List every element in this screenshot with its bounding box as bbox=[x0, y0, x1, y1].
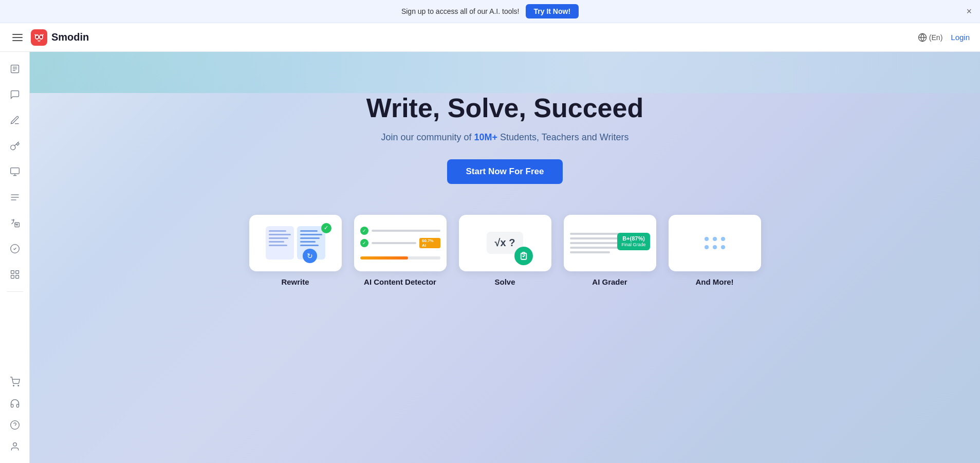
progress-bar-fill bbox=[360, 256, 409, 260]
grade-badge: B+(87%) Final Grade bbox=[617, 233, 650, 250]
sidebar-item-translate[interactable] bbox=[4, 212, 26, 234]
grade-value: B+(87%) bbox=[621, 235, 645, 242]
sidebar-item-help[interactable] bbox=[4, 414, 26, 436]
hero-subtitle-prefix: Join our community of bbox=[381, 132, 474, 142]
progress-section bbox=[360, 254, 440, 260]
svg-rect-19 bbox=[11, 271, 14, 274]
rewrite-content: ↻ ✓ bbox=[249, 215, 342, 271]
sidebar-bottom bbox=[4, 371, 26, 457]
top-banner: Sign up to access all of our A.I. tools!… bbox=[0, 0, 980, 23]
support-icon bbox=[10, 398, 20, 409]
dots-grid bbox=[705, 237, 725, 249]
sidebar-item-summarize[interactable] bbox=[4, 161, 26, 182]
doc-line bbox=[300, 230, 318, 232]
solve-content: √x ? bbox=[459, 215, 551, 271]
more-grid-icon bbox=[10, 269, 20, 280]
banner-close-button[interactable]: × bbox=[966, 6, 972, 17]
logo-text: Smodin bbox=[51, 31, 89, 43]
feature-card-rewrite[interactable]: ↻ ✓ Rewrite bbox=[249, 215, 342, 286]
sidebar-translate-icon bbox=[10, 218, 20, 228]
rewrite-label: Rewrite bbox=[281, 277, 309, 286]
grade-icon bbox=[10, 244, 20, 254]
profile-icon bbox=[10, 441, 20, 452]
doc-line bbox=[300, 245, 319, 246]
green-check-2: ✓ bbox=[360, 239, 368, 247]
detector-row-2: ✓ 60.7% AI bbox=[360, 238, 440, 248]
grader-line bbox=[570, 251, 610, 253]
more-icon-box bbox=[669, 215, 761, 271]
more-content bbox=[669, 215, 761, 271]
start-now-button[interactable]: Start Now For Free bbox=[447, 159, 562, 184]
sidebar-item-rewrite[interactable] bbox=[4, 135, 26, 157]
feature-card-ai-grader[interactable]: B+(87%) Final Grade AI Grader bbox=[564, 215, 656, 286]
clipboard-check-icon bbox=[519, 251, 528, 261]
logo-area[interactable]: Smodin bbox=[31, 29, 89, 46]
sidebar-divider bbox=[7, 291, 23, 292]
main-content: Write, Solve, Succeed Join our community… bbox=[30, 52, 980, 463]
translate-icon bbox=[918, 33, 927, 42]
ai-detector-icon-box: ✓ ✓ 60.7% AI bbox=[354, 215, 447, 271]
svg-rect-0 bbox=[31, 29, 47, 46]
doc-line bbox=[269, 245, 288, 246]
sidebar-item-grade[interactable] bbox=[4, 238, 26, 260]
svg-point-5 bbox=[36, 36, 38, 37]
login-button[interactable]: Login bbox=[951, 33, 970, 42]
feature-card-solve[interactable]: √x ? Solve bbox=[459, 215, 551, 286]
check-circle: ✓ bbox=[321, 223, 331, 233]
header-right: (En) Login bbox=[918, 33, 970, 42]
sidebar-item-edit[interactable] bbox=[4, 109, 26, 131]
detector-content: ✓ ✓ 60.7% AI bbox=[354, 220, 447, 266]
main-layout: Write, Solve, Succeed Join our community… bbox=[0, 52, 980, 463]
svg-point-25 bbox=[10, 421, 19, 430]
detector-line bbox=[372, 230, 440, 232]
chat-icon bbox=[10, 89, 20, 100]
sidebar-item-text[interactable] bbox=[4, 187, 26, 208]
try-now-button[interactable]: Try It Now! bbox=[526, 4, 579, 18]
ai-grader-label: AI Grader bbox=[592, 277, 627, 286]
ai-grader-icon-box: B+(87%) Final Grade bbox=[564, 215, 656, 271]
grade-sub: Final Grade bbox=[621, 242, 645, 248]
svg-point-23 bbox=[13, 385, 14, 386]
green-check-1: ✓ bbox=[360, 227, 368, 235]
rewrite-arrow-circle: ↻ bbox=[303, 249, 317, 263]
sidebar-item-writer[interactable] bbox=[4, 58, 26, 80]
feature-card-ai-detector[interactable]: ✓ ✓ 60.7% AI bbox=[354, 215, 447, 286]
more-label: And More! bbox=[695, 277, 733, 286]
dot-1 bbox=[705, 237, 709, 241]
sidebar bbox=[0, 52, 30, 463]
doc-icon-1 bbox=[266, 226, 294, 260]
language-button[interactable]: (En) bbox=[918, 33, 942, 42]
doc-line bbox=[300, 237, 320, 239]
sidebar-item-support[interactable] bbox=[4, 393, 26, 414]
lang-label: (En) bbox=[929, 33, 942, 42]
writer-icon bbox=[10, 64, 20, 74]
hero-subtitle-highlight: 10M+ bbox=[474, 132, 498, 142]
header-left: Smodin bbox=[10, 29, 89, 46]
hamburger-line-2 bbox=[12, 37, 23, 38]
sidebar-item-chat[interactable] bbox=[4, 84, 26, 105]
dot-2 bbox=[713, 237, 717, 241]
grader-line bbox=[570, 242, 618, 244]
sidebar-item-cart[interactable] bbox=[4, 371, 26, 393]
doc-line bbox=[300, 234, 322, 235]
sidebar-item-more[interactable] bbox=[4, 264, 26, 285]
rewrite-icon bbox=[10, 141, 20, 151]
grader-content: B+(87%) Final Grade bbox=[564, 227, 656, 260]
header: Smodin (En) Login bbox=[0, 23, 980, 52]
ai-badge: 60.7% AI bbox=[419, 238, 440, 248]
svg-point-27 bbox=[13, 443, 16, 447]
svg-rect-21 bbox=[11, 275, 14, 279]
doc-line bbox=[300, 241, 316, 243]
sidebar-item-profile[interactable] bbox=[4, 436, 26, 457]
solve-icon-box: √x ? bbox=[459, 215, 551, 271]
help-icon bbox=[10, 420, 20, 430]
dot-6 bbox=[721, 245, 725, 249]
rewrite-icon-box: ↻ ✓ bbox=[249, 215, 342, 271]
features-row: ↻ ✓ Rewrite bbox=[229, 215, 782, 286]
summarize-icon bbox=[10, 166, 20, 177]
hamburger-button[interactable] bbox=[10, 32, 25, 43]
dot-4 bbox=[705, 245, 709, 249]
svg-rect-28 bbox=[522, 252, 525, 254]
feature-card-more[interactable]: And More! bbox=[669, 215, 761, 286]
hamburger-line-3 bbox=[12, 40, 23, 41]
